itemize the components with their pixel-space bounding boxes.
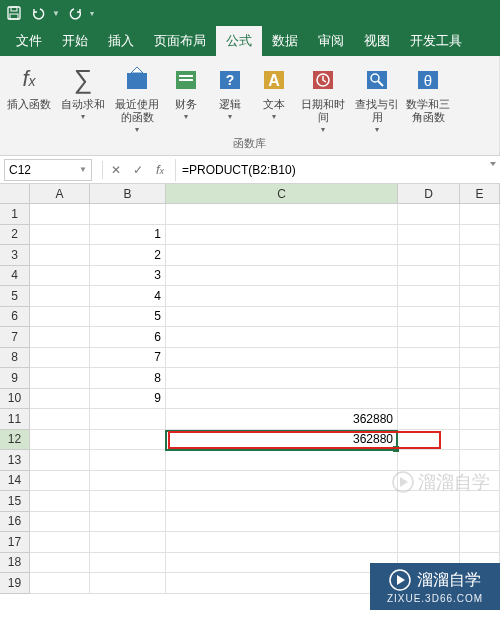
cell-C1[interactable] <box>166 204 398 225</box>
col-header-A[interactable]: A <box>30 184 90 204</box>
cell-B9[interactable]: 8 <box>90 368 166 389</box>
cell-E2[interactable] <box>460 225 500 246</box>
row-header[interactable]: 9 <box>0 368 30 389</box>
formula-input[interactable] <box>175 159 500 181</box>
row-header[interactable]: 12 <box>0 430 30 451</box>
cell-B12[interactable] <box>90 430 166 451</box>
cell-B15[interactable] <box>90 491 166 512</box>
row-header[interactable]: 17 <box>0 532 30 553</box>
cell-D10[interactable] <box>398 389 460 410</box>
row-header[interactable]: 11 <box>0 409 30 430</box>
cell-C19[interactable] <box>166 573 398 594</box>
cell-B19[interactable] <box>90 573 166 594</box>
cell-C13[interactable] <box>166 450 398 471</box>
cell-E15[interactable] <box>460 491 500 512</box>
cell-B2[interactable]: 1 <box>90 225 166 246</box>
financial-button[interactable]: 财务 ▾ <box>166 60 206 121</box>
cell-A17[interactable] <box>30 532 90 553</box>
cell-D7[interactable] <box>398 327 460 348</box>
cell-E14[interactable] <box>460 471 500 492</box>
tab-view[interactable]: 视图 <box>354 26 400 56</box>
cell-D2[interactable] <box>398 225 460 246</box>
recent-button[interactable]: 最近使用的函数 ▾ <box>112 60 162 134</box>
cell-C18[interactable] <box>166 553 398 574</box>
cell-C7[interactable] <box>166 327 398 348</box>
cell-D15[interactable] <box>398 491 460 512</box>
enter-icon[interactable]: ✓ <box>129 161 147 179</box>
row-header[interactable]: 18 <box>0 553 30 574</box>
cell-C2[interactable] <box>166 225 398 246</box>
row-header[interactable]: 6 <box>0 307 30 328</box>
logical-button[interactable]: ? 逻辑 ▾ <box>210 60 250 121</box>
cell-A15[interactable] <box>30 491 90 512</box>
row-header[interactable]: 5 <box>0 286 30 307</box>
cell-C17[interactable] <box>166 532 398 553</box>
cell-E5[interactable] <box>460 286 500 307</box>
cell-B7[interactable]: 6 <box>90 327 166 348</box>
cell-E6[interactable] <box>460 307 500 328</box>
cell-B11[interactable] <box>90 409 166 430</box>
cancel-icon[interactable]: ✕ <box>107 161 125 179</box>
cell-D16[interactable] <box>398 512 460 533</box>
row-header[interactable]: 16 <box>0 512 30 533</box>
cell-A3[interactable] <box>30 245 90 266</box>
cell-C14[interactable] <box>166 471 398 492</box>
cell-D13[interactable] <box>398 450 460 471</box>
cell-C3[interactable] <box>166 245 398 266</box>
row-header[interactable]: 14 <box>0 471 30 492</box>
cell-A11[interactable] <box>30 409 90 430</box>
tab-review[interactable]: 审阅 <box>308 26 354 56</box>
cell-C6[interactable] <box>166 307 398 328</box>
text-button[interactable]: A 文本 ▾ <box>254 60 294 121</box>
cell-B6[interactable]: 5 <box>90 307 166 328</box>
cell-B1[interactable] <box>90 204 166 225</box>
undo-dropdown[interactable]: ▼ <box>52 9 60 18</box>
cell-D6[interactable] <box>398 307 460 328</box>
cell-B3[interactable]: 2 <box>90 245 166 266</box>
cell-B18[interactable] <box>90 553 166 574</box>
cell-A1[interactable] <box>30 204 90 225</box>
tab-home[interactable]: 开始 <box>52 26 98 56</box>
cell-C4[interactable] <box>166 266 398 287</box>
cell-D14[interactable] <box>398 471 460 492</box>
autosum-button[interactable]: ∑ 自动求和 ▾ <box>58 60 108 121</box>
save-icon[interactable] <box>6 5 22 21</box>
cell-D5[interactable] <box>398 286 460 307</box>
cell-E12[interactable] <box>460 430 500 451</box>
tab-developer[interactable]: 开发工具 <box>400 26 472 56</box>
tab-file[interactable]: 文件 <box>6 26 52 56</box>
cell-E7[interactable] <box>460 327 500 348</box>
row-header[interactable]: 15 <box>0 491 30 512</box>
col-header-E[interactable]: E <box>460 184 500 204</box>
cell-E11[interactable] <box>460 409 500 430</box>
cell-A5[interactable] <box>30 286 90 307</box>
cell-A14[interactable] <box>30 471 90 492</box>
cell-C8[interactable] <box>166 348 398 369</box>
insert-function-button[interactable]: fx 插入函数 <box>4 60 54 111</box>
cell-B17[interactable] <box>90 532 166 553</box>
cell-D12[interactable] <box>398 430 460 451</box>
cell-A19[interactable] <box>30 573 90 594</box>
lookup-button[interactable]: 查找与引用 ▾ <box>352 60 402 134</box>
cell-B8[interactable]: 7 <box>90 348 166 369</box>
row-header[interactable]: 13 <box>0 450 30 471</box>
tab-formulas[interactable]: 公式 <box>216 26 262 56</box>
redo-icon[interactable] <box>68 5 84 21</box>
undo-icon[interactable] <box>30 5 46 21</box>
row-header[interactable]: 2 <box>0 225 30 246</box>
cell-A10[interactable] <box>30 389 90 410</box>
cell-D17[interactable] <box>398 532 460 553</box>
cell-C9[interactable] <box>166 368 398 389</box>
cell-D9[interactable] <box>398 368 460 389</box>
cell-C12[interactable]: 362880 <box>166 430 398 451</box>
tab-insert[interactable]: 插入 <box>98 26 144 56</box>
cell-E9[interactable] <box>460 368 500 389</box>
cell-B13[interactable] <box>90 450 166 471</box>
cell-A18[interactable] <box>30 553 90 574</box>
cell-A12[interactable] <box>30 430 90 451</box>
cell-C11[interactable]: 362880 <box>166 409 398 430</box>
fx-icon[interactable]: fx <box>151 161 169 179</box>
cell-E4[interactable] <box>460 266 500 287</box>
name-box[interactable]: C12 ▼ <box>4 159 92 181</box>
expand-formula-bar[interactable] <box>488 158 498 168</box>
